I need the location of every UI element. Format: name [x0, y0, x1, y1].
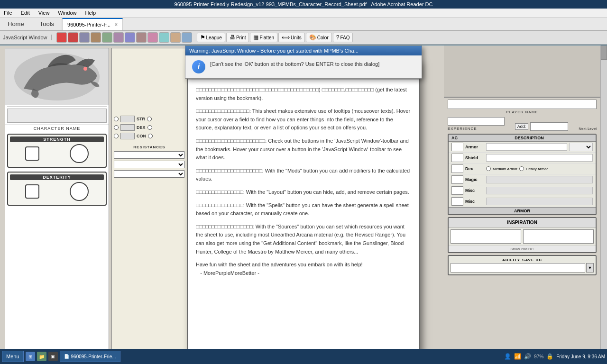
dex-radio[interactable]	[114, 125, 119, 130]
con-radio2[interactable]	[148, 134, 153, 138]
toolbar-icon-2[interactable]	[68, 32, 78, 43]
tab-tools[interactable]: Tools	[32, 18, 62, 30]
inspiration-box-2[interactable]	[523, 229, 594, 244]
inspiration-section: INSPIRATION Show 2nd DC	[448, 217, 597, 253]
strength-modifier-box[interactable]	[25, 146, 39, 161]
str-radio[interactable]	[114, 117, 119, 121]
scroll-bar[interactable]	[600, 46, 607, 364]
toolbar-icons	[56, 32, 192, 43]
toolbar-icon-3[interactable]	[79, 32, 90, 43]
taskbar-icon-2[interactable]: 📁	[37, 352, 46, 361]
con-radio[interactable]	[114, 134, 119, 138]
tab-home[interactable]: Home	[0, 18, 32, 30]
warning-title-text: Warning: JavaScript Window - Before you …	[189, 48, 359, 54]
js-para-3: □□□□□□□□□□□□□□□□□□□□□: With the "Mods" b…	[196, 167, 411, 183]
strength-score-circle[interactable]	[70, 144, 89, 163]
dexterity-modifier-box[interactable]	[25, 184, 39, 199]
toolbar-icon-5[interactable]	[102, 32, 112, 43]
add-button-area: Add:	[515, 122, 569, 131]
print-button[interactable]: 🖶 Print	[226, 33, 249, 42]
faq-button[interactable]: ? FAQ	[333, 33, 353, 42]
toolbar-icon-7[interactable]	[125, 32, 135, 43]
toolbar-icon-9[interactable]	[147, 32, 158, 43]
add-input[interactable]	[530, 122, 568, 131]
dexterity-title: DEXTERITY	[10, 174, 104, 180]
menu-help[interactable]: Help	[83, 9, 98, 16]
resistance-dropdown-3[interactable]	[114, 170, 185, 178]
inspiration-box-1[interactable]	[451, 229, 521, 244]
toolbar-icon-1[interactable]	[56, 32, 67, 43]
misc1-armor-row: Misc	[449, 185, 596, 196]
magic-ac-box[interactable]	[451, 175, 463, 184]
character-name-label: CHARACTER NAME	[5, 125, 109, 132]
ability-save-dc-input[interactable]	[451, 263, 585, 273]
toolbar-icon-11[interactable]	[170, 32, 181, 43]
js-window-body: □□□□□□□□□□□□□□□□□□□□□□□□□□□□□□□□□□□□□□□)…	[188, 80, 419, 353]
str-row: STR	[112, 115, 187, 123]
character-name-field[interactable]	[7, 109, 107, 123]
taskbar-app-1[interactable]: 📄 960095-Printer-Frie...	[60, 351, 120, 362]
taskbar-menu-button[interactable]: Menu	[2, 351, 24, 362]
menu-view[interactable]: View	[37, 9, 52, 16]
shield-label: Shield	[465, 155, 484, 160]
misc2-input[interactable]	[486, 198, 593, 205]
taskbar-icon-3[interactable]: ▣	[48, 352, 58, 361]
dex-ac-box[interactable]	[451, 164, 463, 173]
scroll-thumb[interactable]	[601, 46, 607, 60]
color-button[interactable]: 🎨 Color	[306, 33, 332, 42]
con-box[interactable]	[120, 133, 135, 139]
faq-icon: ?	[336, 34, 340, 41]
toolbar-icon-6[interactable]	[113, 32, 124, 43]
print-icon: 🖶	[230, 34, 235, 41]
armor-section: AC DESCRIPTION Armor Shield	[448, 134, 597, 215]
taskbar-icon-glyph-1: ⊞	[28, 354, 32, 359]
taskbar-sound-icon: 🔊	[524, 353, 531, 360]
resistance-dropdown-1[interactable]	[114, 151, 185, 159]
misc1-ac-box[interactable]	[451, 186, 463, 195]
dex-box[interactable]	[120, 124, 135, 131]
inspiration-header: INSPIRATION	[449, 218, 596, 228]
resistance-dropdown-2[interactable]	[114, 161, 185, 168]
add-button[interactable]: Add:	[515, 123, 529, 130]
taskbar-battery: 97%	[534, 354, 543, 359]
league-button[interactable]: ⚑ League	[197, 33, 225, 42]
shield-input[interactable]	[486, 154, 593, 162]
armor-input[interactable]	[486, 143, 567, 151]
inspiration-boxes	[449, 228, 596, 246]
toolbar-icon-8[interactable]	[136, 32, 147, 43]
player-name-input[interactable]	[448, 100, 597, 109]
dexterity-score-circle[interactable]	[70, 182, 89, 201]
tab-close-icon[interactable]: ×	[114, 21, 118, 28]
experience-input[interactable]	[448, 117, 505, 126]
league-icon: ⚑	[200, 34, 205, 41]
str-radio2[interactable]	[147, 117, 152, 121]
menu-window[interactable]: Window	[56, 9, 78, 16]
menu-edit[interactable]: Edit	[19, 9, 32, 16]
misc1-input[interactable]	[486, 187, 593, 194]
ability-save-dc-dropdown[interactable]: ▼	[586, 263, 594, 273]
armor-ac-box[interactable]	[451, 143, 463, 151]
tab-file[interactable]: 960095-Printer-F... ×	[62, 18, 123, 30]
str-box[interactable]	[120, 116, 135, 122]
toolbar-icon-12[interactable]	[182, 32, 192, 43]
armor-select[interactable]	[569, 143, 593, 151]
shield-ac-box[interactable]	[451, 154, 463, 162]
medium-armor-radio[interactable]	[486, 166, 491, 171]
taskbar-app-icon: 📄	[64, 354, 69, 359]
show-2nd-dc-button[interactable]: Show 2nd DC	[449, 246, 596, 252]
magic-input[interactable]	[486, 176, 593, 183]
con-row: CON	[112, 132, 187, 140]
units-button[interactable]: ⟺ Units	[278, 33, 305, 42]
heavy-armor-radio[interactable]	[519, 166, 524, 171]
misc2-ac-box[interactable]	[451, 197, 463, 206]
ability-save-dc-input-row: ▼	[451, 263, 594, 273]
medium-armor-label: Medium Armor	[493, 167, 517, 171]
js-toolbar-title: JavaScript Window	[3, 35, 52, 40]
flatten-button[interactable]: ▦ Flatten	[250, 33, 277, 42]
dex-radio2[interactable]	[147, 125, 152, 130]
flatten-icon: ▦	[253, 34, 258, 41]
toolbar-icon-4[interactable]	[91, 32, 101, 43]
menu-file[interactable]: File	[2, 9, 14, 16]
toolbar-icon-10[interactable]	[159, 32, 169, 43]
taskbar-icon-1[interactable]: ⊞	[26, 352, 35, 361]
